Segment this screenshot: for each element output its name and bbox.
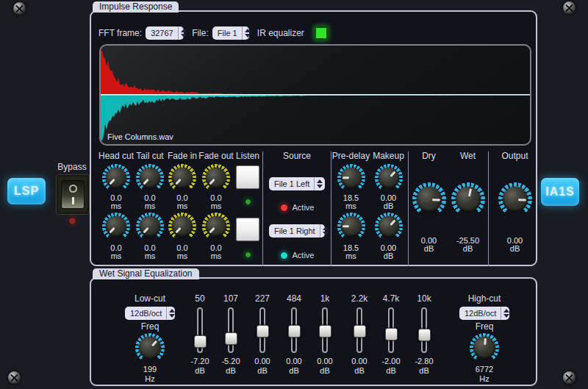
- high-cut-freq-unit: Hz: [479, 375, 489, 383]
- makeup-knob-row1[interactable]: [375, 164, 403, 192]
- tail-cut-unit-row1: ms: [145, 202, 156, 210]
- eq-band-slider-1k[interactable]: [310, 307, 340, 353]
- dry-label: Dry: [422, 151, 436, 161]
- fade-in-knob-row1[interactable]: [168, 164, 196, 192]
- source-select-left[interactable]: File 1 Left: [269, 177, 325, 190]
- listen-column: Listen: [234, 151, 262, 266]
- divider: [331, 151, 331, 266]
- head-cut-unit-row1: ms: [111, 202, 122, 210]
- eq-band-107: 107 -5.20 dB: [216, 294, 245, 375]
- active-led-right: [280, 251, 288, 260]
- switch-off-icon: [69, 185, 77, 193]
- fft-frame-value: 32767: [151, 29, 178, 38]
- eq-band-50: 50 -7.20 dB: [185, 294, 215, 375]
- divider: [488, 151, 489, 266]
- makeup-column: Makeup 0.00 dB 0.00 dB: [370, 151, 407, 266]
- file-label: File:: [192, 29, 209, 38]
- low-cut-freq-label: Freq: [141, 322, 159, 332]
- eq-band-value: -7.20: [190, 357, 209, 365]
- high-cut-slope-spinner[interactable]: 12dB/oct: [459, 307, 509, 320]
- eq-band-484: 484 0.00 dB: [279, 294, 309, 375]
- tail-cut-unit-row2: ms: [145, 252, 156, 260]
- spinner-arrows-icon: [178, 26, 189, 40]
- low-cut-freq-value: 199: [143, 365, 157, 374]
- fade-out-unit-row2: ms: [211, 252, 222, 260]
- eq-band-value: 0.00: [254, 357, 270, 365]
- pre-delay-knob-row1[interactable]: [337, 164, 365, 192]
- lsp-logo: LSP: [7, 178, 46, 204]
- listen-led-row2: [245, 251, 251, 258]
- wet-column: Wet -25.50 dB: [448, 151, 487, 266]
- head-cut-knob-row2[interactable]: [102, 213, 130, 240]
- ir-equalizer-led[interactable]: [314, 26, 329, 40]
- listen-button-row1[interactable]: [236, 165, 259, 189]
- waveform-display: Five Columns.wav: [99, 44, 531, 146]
- high-cut-label: High-cut: [468, 294, 501, 304]
- high-cut-freq-knob[interactable]: [470, 333, 499, 363]
- listen-button-row2[interactable]: [236, 218, 259, 241]
- eq-band-freq-label: 107: [223, 294, 238, 304]
- fade-out-unit-row1: ms: [211, 202, 222, 210]
- fft-frame-spinner[interactable]: 32767: [146, 26, 184, 40]
- fade-out-knob-row2[interactable]: [202, 213, 230, 240]
- eq-band-unit: dB: [419, 367, 429, 375]
- screw-icon: [8, 371, 21, 384]
- plugin-window: LSP IA1S Bypass Impulse Response FFT fra…: [0, 0, 588, 389]
- eq-band-slider-10k[interactable]: [409, 307, 439, 353]
- wet-unit: dB: [463, 245, 473, 253]
- pre-delay-knob-row2[interactable]: [337, 213, 365, 240]
- tail-cut-label: Tail cut: [136, 151, 163, 161]
- wet-knob[interactable]: [451, 182, 485, 216]
- fade-out-label: Fade out: [198, 151, 233, 161]
- fade-in-knob-row2[interactable]: [168, 213, 196, 240]
- eq-band-slider-50[interactable]: [185, 307, 215, 353]
- fade-out-knob-row1[interactable]: [202, 164, 230, 192]
- eq-band-freq-label: 10k: [417, 294, 431, 304]
- tail-cut-knob-row2[interactable]: [136, 213, 164, 240]
- head-cut-label: Head cut: [98, 151, 134, 161]
- bypass-led: [68, 217, 76, 225]
- eq-band-slider-227[interactable]: [248, 307, 277, 353]
- file-spinner[interactable]: File 1: [212, 26, 249, 40]
- output-column: Output 0.00 dB: [490, 151, 540, 266]
- eq-band-slider-484[interactable]: [279, 307, 309, 353]
- low-cut-slope-spinner[interactable]: 12dB/oct: [125, 307, 175, 320]
- head-cut-knob-row1[interactable]: [102, 164, 130, 192]
- eq-band-slider-2.2k[interactable]: [345, 307, 374, 353]
- dry-knob[interactable]: [412, 182, 446, 216]
- makeup-unit-row1: dB: [384, 202, 393, 210]
- tail-cut-column: Tail cut 0.0 ms 0.0 ms: [134, 151, 166, 266]
- wet-eq-tab: Wet Signal Equalization: [93, 268, 199, 279]
- fade-in-label: Fade in: [168, 151, 197, 161]
- ir-equalizer-label: IR equalizer: [257, 29, 304, 38]
- makeup-knob-row2[interactable]: [375, 213, 403, 240]
- wet-label: Wet: [460, 151, 476, 161]
- source-select-left-value: File 1 Left: [274, 179, 314, 188]
- eq-band-unit: dB: [195, 367, 204, 375]
- screw-icon: [563, 1, 576, 14]
- wet-eq-panel: Wet Signal Equalization Low-cut 12dB/oct…: [90, 277, 537, 386]
- fade-out-column: Fade out 0.0 ms 0.0 ms: [198, 151, 234, 266]
- active-label-left: Active: [293, 203, 315, 212]
- pre-delay-unit-row1: ms: [345, 202, 356, 210]
- tail-cut-knob-row1[interactable]: [136, 164, 164, 192]
- screw-icon: [563, 371, 576, 384]
- switch-on-icon: [72, 197, 74, 204]
- source-column: Source File 1 Left Active File 1 Right A…: [264, 151, 330, 266]
- impulse-response-tab: Impulse Response: [93, 1, 179, 13]
- high-cut-freq-value: 6772: [476, 365, 493, 374]
- waveform-svg: [101, 46, 530, 144]
- output-knob[interactable]: [498, 182, 532, 216]
- spinner-arrows-icon: [320, 224, 331, 238]
- high-cut-block: High-cut 12dB/oct Freq 6772 Hz: [451, 294, 518, 383]
- low-cut-freq-knob[interactable]: [135, 333, 165, 363]
- source-select-right[interactable]: File 1 Right: [269, 224, 325, 238]
- eq-band-slider-107[interactable]: [216, 307, 245, 353]
- eq-band-1k: 1k 0.00 dB: [310, 294, 340, 375]
- low-cut-slope-value: 12dB/oct: [130, 309, 166, 318]
- eq-band-value: 0.00: [317, 357, 332, 365]
- eq-band-value: -2.00: [381, 357, 400, 365]
- active-indicator-left: Active: [280, 203, 315, 212]
- bypass-switch[interactable]: [56, 174, 90, 215]
- eq-band-slider-4.7k[interactable]: [376, 307, 406, 353]
